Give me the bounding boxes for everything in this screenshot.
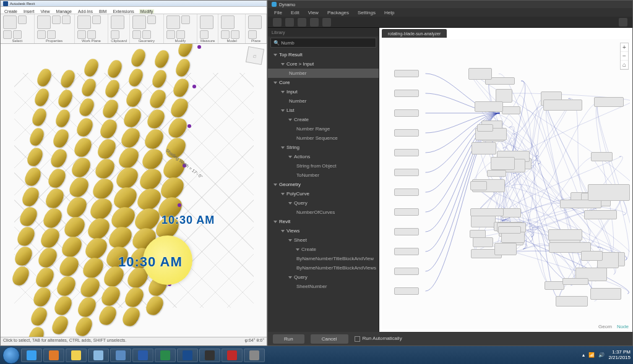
dynamo-node[interactable] (502, 106, 520, 114)
dynamo-node[interactable] (591, 152, 613, 161)
dynamo-titlebar[interactable]: Dynamo (268, 1, 632, 8)
lib-item-actions[interactable]: Actions (268, 152, 379, 161)
ribbon-tool-icon[interactable] (132, 30, 141, 39)
adaptive-point-icon[interactable] (197, 45, 201, 49)
dynamo-node[interactable] (394, 188, 419, 196)
lib-item-query[interactable]: Query (268, 273, 379, 282)
ribbon-tool-icon[interactable] (37, 30, 46, 39)
dynamo-node[interactable] (475, 101, 503, 112)
ribbon-tool-icon[interactable] (142, 30, 151, 39)
view-mode-toggle[interactable]: Geom Node (598, 324, 629, 329)
dynamo-node[interactable] (394, 169, 419, 176)
lib-item-input[interactable]: Input (268, 87, 379, 96)
adaptive-point-icon[interactable] (192, 85, 196, 88)
ribbon-tool-icon[interactable] (47, 30, 56, 39)
lib-item-sheet[interactable]: Sheet (268, 235, 379, 245)
menu-settings[interactable]: Settings (358, 10, 376, 15)
library-search-input[interactable]: 🔍 Numb (270, 38, 376, 48)
disclosure-triangle-icon[interactable] (288, 239, 292, 242)
clock[interactable]: 1:37 PM 2/21/2015 (608, 350, 631, 361)
lib-item-string[interactable]: String (268, 143, 379, 152)
lib-item-numberofcurves[interactable]: NumberOfCurves (268, 208, 379, 217)
zoom-controls[interactable]: + − ⌂ (620, 43, 629, 70)
taskbar-app-revit[interactable] (177, 349, 198, 362)
ribbon-tool-icon[interactable] (166, 15, 180, 29)
lib-item-views[interactable]: Views (268, 226, 379, 235)
ribbon-tool-icon[interactable] (37, 15, 51, 29)
lib-item-query[interactable]: Query (268, 198, 379, 208)
taskbar-app-app2[interactable] (110, 349, 131, 362)
taskbar-app-acrobat[interactable] (222, 349, 243, 362)
run-button[interactable]: Run (273, 334, 304, 344)
lib-item-list[interactable]: List (268, 106, 379, 115)
ribbon-tool-icon[interactable] (77, 15, 91, 29)
dynamo-node[interactable] (560, 200, 601, 208)
disclosure-triangle-icon[interactable] (288, 119, 292, 121)
dynamo-node[interactable] (581, 251, 603, 261)
dynamo-node[interactable] (494, 243, 517, 255)
ribbon-tool-icon[interactable] (248, 30, 257, 39)
taskbar-app-ie[interactable] (21, 349, 42, 362)
dynamo-node[interactable] (394, 287, 419, 295)
new-icon[interactable] (273, 18, 282, 27)
dynamo-node[interactable] (545, 281, 564, 290)
screenshot-icon[interactable] (619, 18, 627, 27)
network-icon[interactable]: 📶 (588, 352, 595, 358)
lib-item-number-sequence[interactable]: Number Sequence (268, 133, 379, 143)
lib-item-core[interactable]: Core (268, 78, 379, 87)
disclosure-triangle-icon[interactable] (273, 184, 277, 186)
ribbon-tab-insert[interactable]: Insert (22, 9, 36, 14)
ribbon-tool-icon[interactable] (13, 30, 22, 39)
ribbon-tool-icon[interactable] (132, 15, 146, 29)
dynamo-node[interactable] (394, 129, 419, 137)
dynamo-node[interactable] (498, 226, 521, 234)
dynamo-node[interactable] (394, 90, 419, 97)
lib-item-polycurve[interactable]: PolyCurve (268, 189, 379, 198)
dynamo-node[interactable] (594, 97, 624, 107)
ribbon-tool-icon[interactable] (166, 30, 175, 39)
adaptive-point-icon[interactable] (178, 203, 181, 207)
taskbar-app-excel[interactable] (155, 349, 176, 362)
menu-packages[interactable]: Packages (327, 10, 349, 15)
lib-item-geometry[interactable]: Geometry (268, 180, 379, 189)
menu-view[interactable]: View (308, 10, 319, 15)
lib-item-tonumber[interactable]: ToNumber (268, 171, 379, 180)
disclosure-triangle-icon[interactable] (273, 54, 277, 56)
lib-item-core-input[interactable]: Core > Input (268, 59, 379, 69)
taskbar-app-app3[interactable] (244, 349, 265, 362)
menu-edit[interactable]: Edit (291, 10, 299, 15)
dynamo-node[interactable] (477, 124, 493, 132)
graph-canvas[interactable] (382, 39, 630, 329)
taskbar-app-word[interactable] (132, 349, 153, 362)
volume-icon[interactable]: 🔊 (598, 352, 605, 358)
dynamo-node[interactable] (394, 149, 419, 156)
taskbar-app-firefox[interactable] (43, 349, 64, 362)
dynamo-node[interactable] (548, 229, 583, 240)
graph-workspace[interactable]: rotating-blade-sun-analyzer + − ⌂ Geom N… (379, 28, 632, 332)
view-cube[interactable]: ⬚ (246, 46, 264, 65)
disclosure-triangle-icon[interactable] (281, 109, 285, 112)
windows-taskbar[interactable]: ▴ 📶 🔊 1:37 PM 2/21/2015 (0, 346, 633, 364)
undo-icon[interactable] (310, 18, 319, 27)
ribbon-tool-icon[interactable] (3, 15, 17, 29)
ribbon-tab-modify[interactable]: Modify (139, 9, 155, 14)
dynamo-node[interactable] (394, 208, 419, 216)
ribbon-tool-icon[interactable] (176, 30, 185, 39)
adaptive-point-icon[interactable] (187, 124, 191, 128)
dynamo-node[interactable] (473, 237, 494, 247)
ribbon-tool-icon[interactable] (221, 30, 230, 39)
ribbon-tool-icon[interactable] (147, 15, 156, 24)
ribbon-tool-icon[interactable] (231, 30, 239, 39)
disclosure-triangle-icon[interactable] (296, 248, 299, 251)
ribbon-tool-icon[interactable] (111, 30, 119, 39)
start-button[interactable] (2, 347, 20, 364)
ribbon-tool-icon[interactable] (62, 15, 71, 24)
disclosure-triangle-icon[interactable] (281, 91, 285, 93)
run-auto-checkbox[interactable]: Run Automatically (355, 336, 402, 341)
zoom-fit-icon[interactable]: ⌂ (621, 61, 628, 69)
zoom-out-icon[interactable]: − (621, 52, 628, 61)
lib-item-sheetnumber[interactable]: SheetNumber (268, 282, 379, 291)
dynamo-node[interactable] (394, 268, 419, 275)
disclosure-triangle-icon[interactable] (281, 63, 285, 66)
ribbon-tool-icon[interactable] (87, 30, 96, 39)
